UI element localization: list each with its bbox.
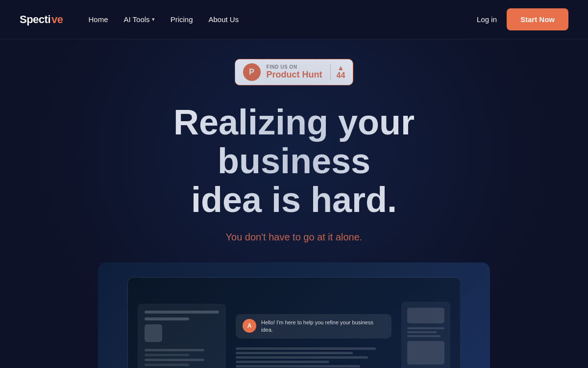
video-preview: A Hello! I'm here to help you refine you… <box>98 263 490 368</box>
upvote-triangle-icon: ▲ <box>338 64 344 71</box>
nav-link-about[interactable]: About Us <box>202 11 245 27</box>
vp-line-shorter-2 <box>145 364 189 366</box>
chat-line-3 <box>236 356 368 359</box>
vp-right-block-1 <box>407 308 444 323</box>
product-hunt-brand: Product Hunt <box>267 70 322 80</box>
navbar: Spective Home AI Tools ▾ Pricing About U… <box>0 0 588 39</box>
logo[interactable]: Spective <box>20 13 63 26</box>
video-panel-middle: A Hello! I'm here to help you refine you… <box>236 314 392 368</box>
hero-title-line2: idea is hard. <box>191 180 397 219</box>
vp-line-2 <box>145 317 189 320</box>
chat-text: Hello! I'm here to help you refine your … <box>261 319 385 334</box>
vp-right-line-2 <box>407 331 437 333</box>
product-hunt-logo: P <box>243 63 261 81</box>
video-inner: A Hello! I'm here to help you refine you… <box>127 277 461 368</box>
vp-line-1 <box>145 311 219 314</box>
nav-links: Home AI Tools ▾ Pricing About Us <box>83 11 245 27</box>
product-hunt-find-us: FIND US ON <box>267 64 322 70</box>
chat-line-4 <box>236 361 329 363</box>
logo-text-main: Specti <box>20 13 50 26</box>
vp-line-shorter-1 <box>145 354 189 356</box>
hero-title-line1: Realizing your business <box>173 103 415 181</box>
ai-tools-label: AI Tools <box>124 15 150 24</box>
vp-line-short-1 <box>145 349 204 351</box>
chat-line-1 <box>236 347 376 350</box>
vp-block <box>145 324 162 342</box>
logo-text-accent: ve <box>51 13 63 26</box>
chat-line-5 <box>236 365 360 368</box>
nav-link-pricing[interactable]: Pricing <box>165 11 199 27</box>
start-now-button[interactable]: Start Now <box>507 8 568 30</box>
hero-section: P FIND US ON Product Hunt ▲ 44 Realizing… <box>0 39 588 368</box>
chat-avatar: A <box>243 319 256 333</box>
nav-right: Log in Start Now <box>477 8 568 30</box>
chat-lines <box>236 347 392 368</box>
vp-right-line-1 <box>407 327 444 329</box>
login-link[interactable]: Log in <box>477 15 497 24</box>
nav-link-ai-tools[interactable]: AI Tools ▾ <box>118 11 161 27</box>
video-panel-left <box>138 304 226 368</box>
product-hunt-text-group: FIND US ON Product Hunt <box>267 64 322 80</box>
product-hunt-vote-count: 44 <box>337 71 345 80</box>
video-panel-right <box>401 302 450 368</box>
vp-right-lines <box>407 327 444 337</box>
chevron-down-icon: ▾ <box>152 16 155 23</box>
nav-left: Spective Home AI Tools ▾ Pricing About U… <box>20 11 245 27</box>
vp-lines-group <box>145 349 219 368</box>
chat-bubble: A Hello! I'm here to help you refine you… <box>236 314 392 339</box>
product-hunt-vote-section: ▲ 44 <box>330 64 345 80</box>
hero-title: Realizing your business idea is hard. <box>103 103 485 220</box>
vp-line-short-2 <box>145 359 204 361</box>
vp-right-line-3 <box>407 335 441 337</box>
product-hunt-badge[interactable]: P FIND US ON Product Hunt ▲ 44 <box>235 59 354 85</box>
nav-link-home[interactable]: Home <box>83 11 114 27</box>
chat-line-2 <box>236 352 353 354</box>
hero-subtitle: You don't have to go at it alone. <box>226 232 363 243</box>
vp-right-block-2 <box>407 341 444 365</box>
